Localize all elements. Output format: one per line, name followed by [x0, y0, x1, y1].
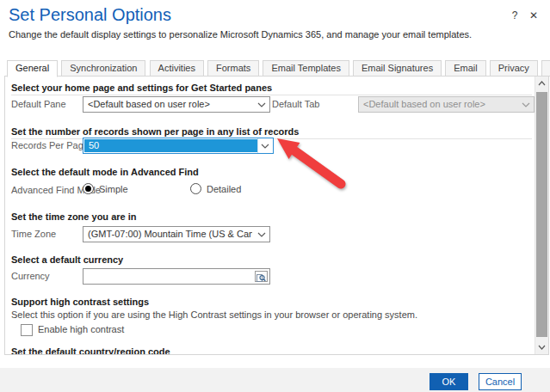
vertical-scrollbar[interactable]: [535, 77, 548, 354]
enable-high-contrast-checkbox[interactable]: [21, 324, 33, 336]
chevron-down-icon: [257, 102, 266, 107]
section-heading-country-region-code-clipped: Set the default country/region code: [11, 346, 170, 355]
scrollbar-thumb[interactable]: [536, 92, 547, 337]
time-zone-value: (GMT-07:00) Mountain Time (US & Canada): [88, 227, 252, 242]
page-subtitle: Change the default display settings to p…: [9, 29, 472, 40]
tab-bar: General Synchronization Activities Forma…: [7, 60, 550, 77]
radio-button-icon: [190, 183, 201, 194]
tab-formats[interactable]: Formats: [207, 60, 259, 77]
currency-field[interactable]: [83, 268, 270, 285]
default-pane-label: Default Pane: [11, 96, 66, 113]
tab-languages[interactable]: Languages: [541, 60, 550, 77]
dialog-footer: OK Cancel: [0, 368, 550, 392]
default-pane-dropdown[interactable]: <Default based on user role>: [83, 96, 270, 113]
section-heading-home-page: Select your home page and settings for G…: [11, 82, 532, 95]
records-per-page-value: 50: [89, 138, 256, 153]
high-contrast-description: Select this option if you are using the …: [11, 309, 417, 320]
chevron-down-icon: [522, 102, 530, 107]
default-tab-value: <Default based on user role>: [363, 97, 516, 112]
time-zone-dropdown[interactable]: (GMT-07:00) Mountain Time (US & Canada): [83, 226, 270, 242]
default-tab-label: Default Tab: [272, 96, 319, 113]
section-heading-time-zone: Set the time zone you are in: [11, 211, 532, 224]
time-zone-label: Time Zone: [11, 226, 56, 242]
chevron-down-icon: [538, 345, 546, 350]
enable-high-contrast-label[interactable]: Enable high contrast: [38, 322, 124, 338]
radio-simple-label: Simple: [99, 184, 128, 194]
records-per-page-label: Records Per Page: [11, 138, 89, 154]
section-heading-currency: Select a default currency: [11, 254, 532, 266]
tab-general[interactable]: General: [7, 60, 58, 77]
cancel-button[interactable]: Cancel: [479, 373, 522, 390]
radio-simple[interactable]: Simple: [83, 183, 128, 195]
scroll-down-button[interactable]: [535, 340, 548, 354]
page-title: Set Personal Options: [9, 5, 171, 25]
tab-synchronization[interactable]: Synchronization: [61, 60, 145, 77]
tab-activities[interactable]: Activities: [150, 60, 204, 77]
default-tab-dropdown: <Default based on user role>: [358, 96, 535, 113]
currency-lookup-button[interactable]: [255, 271, 268, 282]
section-heading-advanced-find: Select the default mode in Advanced Find: [11, 166, 532, 179]
currency-label: Currency: [11, 268, 50, 285]
close-icon[interactable]: ✕: [527, 9, 541, 22]
magnifier-icon: [256, 274, 266, 282]
radio-detailed[interactable]: Detailed: [190, 183, 241, 195]
currency-value: [88, 269, 252, 284]
chevron-up-icon: [538, 81, 546, 86]
section-heading-high-contrast: Support high contrast settings: [11, 296, 532, 309]
tab-privacy[interactable]: Privacy: [490, 60, 538, 77]
radio-button-icon: [83, 183, 94, 194]
ok-button[interactable]: OK: [429, 373, 468, 390]
tab-email-templates[interactable]: Email Templates: [263, 60, 349, 77]
radio-detailed-label: Detailed: [207, 184, 241, 194]
help-icon[interactable]: ?: [508, 9, 522, 22]
chevron-down-icon: [257, 232, 266, 237]
set-personal-options-dialog: Set Personal Options Change the default …: [0, 0, 550, 392]
default-pane-value: <Default based on user role>: [88, 97, 252, 112]
records-per-page-dropdown[interactable]: 50: [83, 138, 274, 154]
tab-email-signatures[interactable]: Email Signatures: [353, 60, 442, 77]
general-tab-panel: Select your home page and settings for G…: [4, 76, 549, 355]
chevron-down-icon: [261, 144, 269, 149]
scroll-up-button[interactable]: [535, 77, 548, 90]
tab-email[interactable]: Email: [445, 60, 486, 77]
